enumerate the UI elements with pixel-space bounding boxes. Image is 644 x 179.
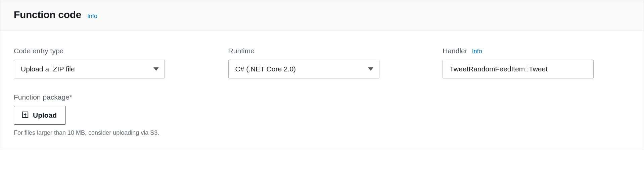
function-package-label-text: Function package*: [14, 93, 72, 101]
runtime-group: Runtime C# (.NET Core 2.0): [228, 47, 443, 78]
handler-label-text: Handler: [443, 47, 467, 55]
upload-icon: [21, 111, 29, 120]
header-info-link[interactable]: Info: [87, 13, 97, 20]
handler-info-link[interactable]: Info: [472, 48, 482, 55]
runtime-value: C# (.NET Core 2.0): [228, 60, 379, 78]
function-package-group: Function package* Upload For files large…: [14, 93, 630, 136]
handler-input[interactable]: [443, 60, 594, 78]
runtime-label-text: Runtime: [228, 47, 255, 55]
handler-group: Handler Info: [443, 47, 630, 78]
code-entry-type-label: Code entry type: [14, 47, 228, 55]
function-code-panel: Function code Info Code entry type Uploa…: [0, 0, 644, 150]
panel-header: Function code Info: [0, 0, 644, 31]
runtime-select[interactable]: C# (.NET Core 2.0): [228, 60, 379, 78]
code-entry-type-select[interactable]: Upload a .ZIP file: [14, 60, 165, 78]
code-entry-type-group: Code entry type Upload a .ZIP file: [14, 47, 228, 78]
code-entry-type-label-text: Code entry type: [14, 47, 63, 55]
function-package-label: Function package*: [14, 93, 630, 101]
panel-body: Code entry type Upload a .ZIP file Runti…: [0, 31, 644, 150]
upload-hint: For files larger than 10 MB, consider up…: [14, 129, 630, 136]
code-entry-type-value: Upload a .ZIP file: [14, 60, 165, 78]
upload-button[interactable]: Upload: [14, 106, 66, 125]
fields-row: Code entry type Upload a .ZIP file Runti…: [14, 47, 630, 78]
panel-title: Function code: [14, 9, 81, 20]
handler-label: Handler Info: [443, 47, 630, 55]
upload-button-label: Upload: [33, 111, 57, 119]
runtime-label: Runtime: [228, 47, 443, 55]
